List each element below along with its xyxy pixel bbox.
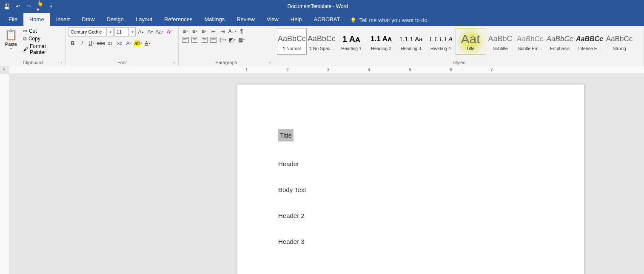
format-painter-button[interactable]: 🖌Format Painter <box>21 42 63 56</box>
style-strong[interactable]: AaBbCcStrong <box>604 28 634 55</box>
tab-references[interactable]: References <box>158 13 198 26</box>
font-name-arrow-icon[interactable]: ▾ <box>108 27 114 37</box>
shrink-font-button[interactable]: A▾ <box>146 28 154 36</box>
horizontal-ruler[interactable]: 1234567 <box>9 66 644 74</box>
tab-draw[interactable]: Draw <box>76 13 100 26</box>
redo-icon[interactable]: ↷ <box>26 3 32 10</box>
styles-label: Styles <box>453 60 465 65</box>
ribbon: 📋 Paste ▾ ✂Cut ⧉Copy 🖌Format Painter Cli… <box>0 26 644 66</box>
ruler-tick: 2 <box>286 68 289 72</box>
tab-design[interactable]: Design <box>101 13 130 26</box>
tab-selector-icon[interactable]: └ <box>2 67 5 72</box>
font-label: Font <box>117 60 127 65</box>
italic-button[interactable]: I <box>78 39 86 48</box>
clipboard-launcher-icon[interactable]: ▪ <box>61 61 62 65</box>
tab-review[interactable]: Review <box>231 13 261 26</box>
style-title[interactable]: AatTitle <box>456 28 485 55</box>
qat-customize-icon[interactable]: ▾ <box>48 3 54 10</box>
style-subtle-emphasis[interactable]: AaBbCcSubtle Em... <box>515 28 545 55</box>
style-heading-1[interactable]: 1 AᴀHeading 1 <box>336 28 366 55</box>
font-size-combo[interactable] <box>114 27 129 37</box>
font-color-button[interactable]: A <box>143 39 152 48</box>
tab-file[interactable]: File <box>3 13 23 26</box>
quick-access-toolbar: 💾 ↶ ↷ 👆▾ ▾ <box>3 3 54 10</box>
paragraph-launcher-icon[interactable]: ▪ <box>269 61 271 65</box>
style-heading-2[interactable]: 1.1 AᴀHeading 2 <box>366 28 396 55</box>
font-launcher-icon[interactable]: ▪ <box>174 61 175 65</box>
vertical-ruler[interactable] <box>0 74 9 274</box>
ruler-tick: 4 <box>368 68 370 72</box>
line-spacing-button[interactable]: ‡≡ <box>219 36 227 44</box>
style-no-spacing[interactable]: AaBbCc¶ No Spac... <box>307 28 336 55</box>
group-paragraph: ≡ ≡ ≡ ⇤ ⇥ A↓ ¶ ‡≡ ◩ ▦ P <box>179 26 274 66</box>
paste-icon: 📋 <box>5 29 17 41</box>
grow-font-button[interactable]: A▴ <box>137 28 145 36</box>
copy-icon: ⧉ <box>23 36 27 42</box>
highlight-button[interactable]: ab <box>134 39 142 48</box>
sort-button[interactable]: A↓ <box>228 27 237 36</box>
doc-line-3[interactable]: Header 2 <box>278 212 543 219</box>
tab-view[interactable]: View <box>261 13 285 26</box>
text-effects-button[interactable]: A <box>125 39 133 48</box>
clipboard-label: Clipboard <box>23 60 43 65</box>
ruler-tick: 7 <box>490 68 493 72</box>
tell-me-search[interactable]: 💡 Tell me what you want to do <box>346 17 431 26</box>
doc-line-1[interactable]: Header <box>278 160 543 167</box>
style-emphasis[interactable]: AaBbCcEmphasis <box>545 28 575 55</box>
style-intense-emphasis[interactable]: AaBBCcIntense E... <box>575 28 604 55</box>
tab-home[interactable]: Home <box>23 13 50 26</box>
increase-indent-button[interactable]: ⇥ <box>219 27 227 36</box>
paste-button[interactable]: 📋 Paste ▾ <box>3 27 20 51</box>
style-subtitle[interactable]: AaBbCSubtitle <box>485 28 515 55</box>
font-size-arrow-icon[interactable]: ▾ <box>130 27 136 37</box>
touch-mode-icon[interactable]: 👆▾ <box>37 3 43 10</box>
doc-line-2[interactable]: Body Text <box>278 186 543 193</box>
document-area: Title Header Body Text Header 2 Header 3 <box>0 74 644 274</box>
subscript-button[interactable]: x2 <box>106 39 114 48</box>
ruler-tick: 1 <box>245 68 248 72</box>
undo-icon[interactable]: ↶ <box>14 3 21 10</box>
ruler-tick: 3 <box>327 68 330 72</box>
window-title: DocumentTemplate - Word <box>54 3 581 9</box>
strikethrough-button[interactable]: abc <box>97 39 105 48</box>
superscript-button[interactable]: x2 <box>115 39 124 48</box>
lightbulb-icon: 💡 <box>350 17 356 23</box>
tab-acrobat[interactable]: ACROBAT <box>308 13 346 26</box>
style-normal[interactable]: AaBbCc¶ Normal <box>277 28 307 55</box>
clear-formatting-button[interactable]: A⁄ <box>165 28 173 36</box>
bold-button[interactable]: B <box>68 39 77 48</box>
brush-icon: 🖌 <box>23 46 28 52</box>
align-right-button[interactable] <box>200 36 208 44</box>
numbering-button[interactable]: ≡ <box>191 27 199 36</box>
ribbon-tabs: File Home Insert Draw Design Layout Refe… <box>0 13 644 26</box>
copy-button[interactable]: ⧉Copy <box>21 35 63 42</box>
group-styles: AaBbCc¶ Normal AaBbCc¶ No Spac... 1 AᴀHe… <box>274 26 644 66</box>
style-heading-3[interactable]: 1.1.1 AaHeading 3 <box>396 28 426 55</box>
doc-title-text[interactable]: Title <box>278 129 294 141</box>
change-case-button[interactable]: Aa <box>155 28 164 36</box>
decrease-indent-button[interactable]: ⇤ <box>209 27 218 36</box>
scissors-icon: ✂ <box>23 28 27 34</box>
shading-button[interactable]: ◩ <box>228 36 237 44</box>
justify-button[interactable] <box>209 36 218 44</box>
align-left-button[interactable] <box>181 36 190 44</box>
font-name-combo[interactable] <box>68 27 107 37</box>
tab-mailings[interactable]: Mailings <box>199 13 231 26</box>
styles-gallery: AaBbCc¶ Normal AaBbCc¶ No Spac... 1 AᴀHe… <box>277 27 634 55</box>
bullets-button[interactable]: ≡ <box>181 27 190 36</box>
save-icon[interactable]: 💾 <box>3 3 10 10</box>
underline-button[interactable]: U <box>87 39 96 48</box>
show-marks-button[interactable]: ¶ <box>237 27 246 36</box>
doc-line-4[interactable]: Header 3 <box>278 238 543 245</box>
style-heading-4[interactable]: 1.1.1.1 AHeading 4 <box>426 28 456 55</box>
page[interactable]: Title Header Body Text Header 2 Header 3 <box>237 85 584 274</box>
align-center-button[interactable] <box>191 36 199 44</box>
tab-insert[interactable]: Insert <box>50 13 76 26</box>
cut-button[interactable]: ✂Cut <box>21 27 63 35</box>
multilevel-list-button[interactable]: ≡ <box>200 27 208 36</box>
borders-button[interactable]: ▦ <box>237 36 246 44</box>
tab-layout[interactable]: Layout <box>130 13 158 26</box>
tab-help[interactable]: Help <box>285 13 308 26</box>
tell-me-placeholder: Tell me what you want to do <box>359 17 427 23</box>
ruler-tick: 6 <box>450 68 452 72</box>
